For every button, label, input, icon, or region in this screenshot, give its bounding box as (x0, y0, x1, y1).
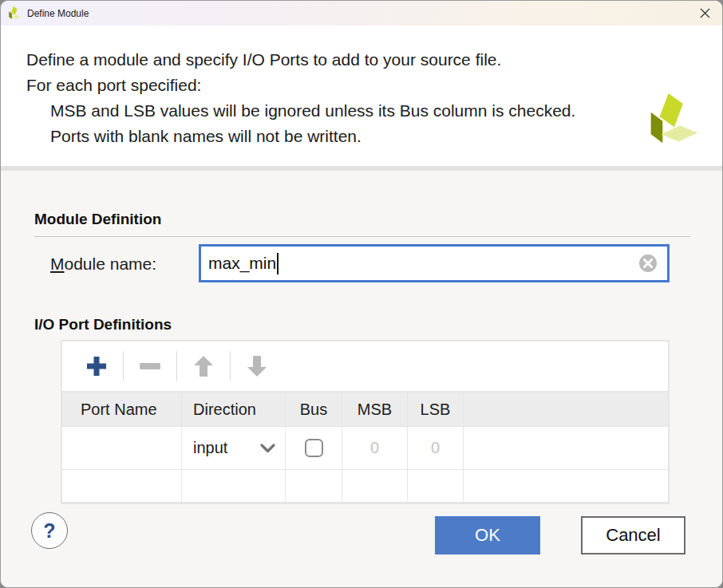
lsb-cell[interactable] (408, 470, 463, 502)
toolbar-separator (176, 351, 177, 381)
msb-cell[interactable]: 0 (342, 427, 407, 469)
ok-button[interactable]: OK (435, 516, 540, 554)
io-port-definitions-heading: I/O Port Definitions (34, 316, 172, 333)
column-header-msb: MSB (342, 393, 407, 426)
direction-dropdown[interactable]: input (182, 427, 285, 469)
plus-icon (85, 355, 108, 377)
table-header-row: Port Name Direction Bus MSB LSB (62, 393, 668, 426)
arrow-down-icon (247, 355, 267, 377)
clear-text-button[interactable] (638, 254, 658, 273)
clear-circle-x-icon (638, 254, 658, 273)
move-down-button[interactable] (239, 348, 275, 385)
column-header-lsb: LSB (408, 393, 463, 426)
table-row (62, 470, 668, 502)
port-name-cell[interactable] (62, 427, 181, 469)
column-header-direction: Direction (182, 393, 285, 426)
close-icon (700, 8, 710, 18)
close-button[interactable] (687, 1, 722, 26)
filler-cell (464, 427, 668, 469)
column-header-port-name: Port Name (62, 393, 181, 426)
module-name-input[interactable]: max_min (199, 244, 670, 282)
module-name-label-rest: odule name: (65, 255, 157, 273)
description-panel: Define a module and specify I/O Ports to… (1, 26, 722, 166)
direction-value: input (193, 439, 227, 457)
title-bar: Define Module (1, 1, 722, 26)
direction-cell[interactable] (182, 470, 285, 502)
column-header-filler (464, 393, 668, 426)
bus-cell (286, 427, 342, 469)
module-name-value: max_min (208, 254, 276, 273)
filler-cell (464, 470, 668, 502)
bus-cell[interactable] (286, 470, 342, 502)
window-title: Define Module (27, 8, 89, 19)
bus-checkbox[interactable] (305, 439, 323, 457)
move-up-button[interactable] (185, 348, 222, 385)
msb-cell[interactable] (342, 470, 407, 502)
arrow-up-icon (193, 355, 214, 377)
description-line: Define a module and specify I/O Ports to… (26, 47, 722, 73)
toolbar-separator (230, 351, 231, 381)
dialog-body: Module Definition Module name: max_min I… (1, 171, 722, 587)
chevron-down-icon (260, 444, 275, 453)
io-ports-table: Port Name Direction Bus MSB LSB input (61, 340, 670, 504)
text-cursor (277, 253, 279, 274)
description-line: Ports with blank names will not be writt… (26, 124, 722, 149)
vivado-logo (648, 91, 699, 148)
cancel-button[interactable]: Cancel (581, 516, 685, 554)
help-button[interactable]: ? (31, 512, 68, 549)
column-header-bus: Bus (286, 393, 342, 426)
module-name-label-mnemonic: M (50, 255, 65, 273)
vivado-logo-icon (8, 6, 22, 20)
module-definition-heading: Module Definition (34, 211, 161, 228)
heading-rule (34, 236, 690, 237)
module-name-label: Module name: (50, 255, 156, 274)
minus-icon (140, 363, 160, 369)
define-module-dialog: Define Module Define a module and specif… (0, 0, 723, 588)
lsb-cell[interactable]: 0 (408, 427, 463, 469)
port-name-cell[interactable] (62, 470, 181, 502)
table-toolbar (62, 341, 668, 391)
description-line: For each port specified: (26, 73, 722, 98)
description-line: MSB and LSB values will be ignored unles… (26, 98, 722, 124)
remove-port-button[interactable] (132, 348, 168, 385)
table-row: input 0 0 (62, 427, 668, 469)
toolbar-separator (123, 351, 124, 381)
add-port-button[interactable] (78, 348, 115, 385)
